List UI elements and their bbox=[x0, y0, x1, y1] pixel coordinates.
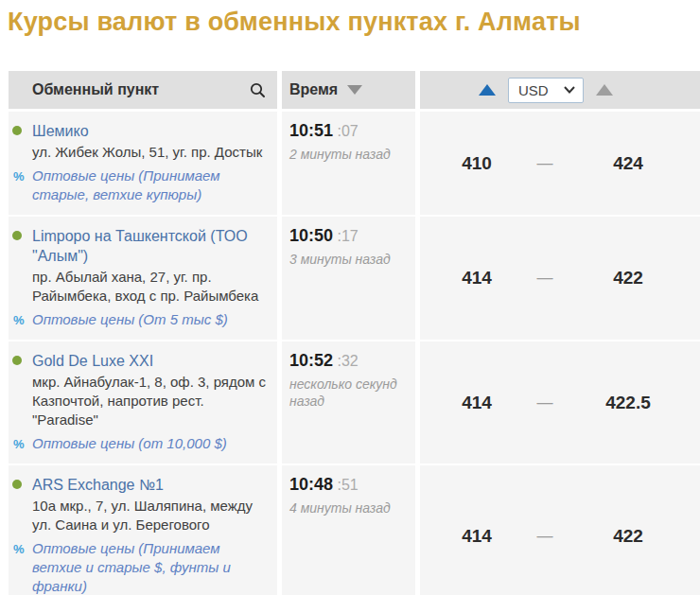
status-dot-icon bbox=[12, 480, 22, 489]
sell-rate: 422.5 bbox=[556, 393, 700, 413]
search-icon[interactable] bbox=[250, 82, 266, 98]
exchange-point-address: мкр. Айнабулак-1, 8, оф. 3, рядом с Казп… bbox=[32, 373, 268, 429]
update-seconds: :51 bbox=[338, 477, 359, 493]
update-time: 10:51 bbox=[289, 121, 333, 140]
wholesale-note-text: Оптовые цены (Принимаем старые, ветхие к… bbox=[32, 167, 220, 202]
exchange-point-cell: Gold De Luxe XXI мкр. Айнабулак-1, 8, оф… bbox=[9, 341, 277, 464]
wholesale-note-text: Оптовые цены (Принимаем ветхие и старые … bbox=[32, 540, 231, 594]
time-header-label: Время bbox=[289, 81, 338, 98]
table-row: Gold De Luxe XXI мкр. Айнабулак-1, 8, оф… bbox=[9, 341, 700, 464]
table-row: ARS Exchange №1 10а мкр., 7, ул. Шаляпин… bbox=[9, 465, 700, 595]
time-cell: 10:48 :51 4 минуты назад bbox=[282, 465, 415, 595]
wholesale-note: % Оптовые цены (Принимаем ветхие и стары… bbox=[32, 539, 268, 595]
sort-desc-icon bbox=[347, 85, 362, 95]
update-time: 10:52 bbox=[289, 351, 333, 370]
percent-icon: % bbox=[13, 167, 25, 186]
exchange-point-link[interactable]: ARS Exchange №1 bbox=[32, 475, 164, 495]
sort-buy-icon[interactable] bbox=[479, 84, 496, 96]
update-time: 10:50 bbox=[289, 226, 333, 245]
time-ago: несколько секунд назад bbox=[289, 376, 410, 410]
sort-sell-icon[interactable] bbox=[596, 84, 613, 96]
exchange-point-address: пр. Абылай хана, 27, уг. пр. Райымбека, … bbox=[32, 268, 268, 306]
wholesale-note-text: Оптовые цены (От 5 тыс $) bbox=[32, 311, 228, 327]
time-ago: 2 минуты назад bbox=[289, 146, 410, 163]
chevron-down-icon bbox=[564, 86, 575, 94]
rate-separator: — bbox=[534, 154, 556, 173]
percent-icon: % bbox=[13, 435, 25, 454]
sell-rate: 422 bbox=[556, 268, 700, 289]
rates-cell: 410 — 424 bbox=[420, 112, 700, 215]
magnifier-icon bbox=[250, 82, 266, 98]
rate-separator: — bbox=[534, 527, 556, 546]
buy-rate: 414 bbox=[420, 268, 534, 289]
buy-rate: 410 bbox=[420, 153, 534, 174]
time-cell: 10:51 :07 2 минуты назад bbox=[282, 112, 415, 215]
rate-separator: — bbox=[534, 394, 556, 412]
exchange-point-address: ул. Жибек Жолы, 51, уг. пр. Достык bbox=[32, 143, 268, 162]
status-dot-icon bbox=[12, 126, 22, 135]
status-dot-icon bbox=[12, 231, 22, 240]
buy-rate: 414 bbox=[420, 526, 534, 547]
exchange-point-cell: Limpopo на Ташкентской (ТОО "Алым") пр. … bbox=[9, 217, 277, 340]
update-seconds: :07 bbox=[338, 123, 359, 139]
rates-cell: 414 — 422 bbox=[420, 217, 700, 340]
sell-rate: 424 bbox=[556, 153, 700, 174]
exchange-point-link[interactable]: Шемико bbox=[32, 121, 89, 141]
rates-header: USD bbox=[420, 71, 700, 109]
rates-cell: 414 — 422 bbox=[420, 465, 700, 595]
wholesale-note: % Оптовые цены (От 5 тыс $) bbox=[32, 310, 268, 329]
exchange-point-address: 10а мкр., 7, ул. Шаляпина, между ул. Саи… bbox=[32, 497, 268, 534]
exchange-point-header: Обменный пункт bbox=[9, 71, 277, 109]
percent-icon: % bbox=[13, 540, 25, 559]
sell-rate: 422 bbox=[556, 526, 700, 547]
page-title: Курсы валют в обменных пунктах г. Алматы bbox=[8, 8, 700, 37]
rates-cell: 414 — 422.5 bbox=[420, 341, 700, 464]
wholesale-note-text: Оптовые цены (от 10,000 $) bbox=[32, 435, 227, 451]
exchange-point-cell: ARS Exchange №1 10а мкр., 7, ул. Шаляпин… bbox=[9, 465, 277, 595]
table-row: Limpopo на Ташкентской (ТОО "Алым") пр. … bbox=[9, 217, 700, 340]
table-header: Обменный пункт Время USD bbox=[9, 71, 700, 109]
exchange-point-cell: Шемико ул. Жибек Жолы, 51, уг. пр. Досты… bbox=[9, 112, 277, 215]
exchange-point-link[interactable]: Limpopo на Ташкентской (ТОО "Алым") bbox=[32, 226, 268, 266]
update-seconds: :32 bbox=[338, 353, 359, 369]
wholesale-note: % Оптовые цены (Принимаем старые, ветхие… bbox=[32, 166, 268, 204]
rates-table: Обменный пункт Время USD bbox=[9, 71, 700, 595]
exchange-point-header-label: Обменный пункт bbox=[32, 81, 159, 98]
exchange-point-link[interactable]: Gold De Luxe XXI bbox=[32, 351, 153, 371]
update-time: 10:48 bbox=[289, 475, 333, 494]
update-seconds: :17 bbox=[338, 228, 359, 244]
percent-icon: % bbox=[13, 311, 25, 330]
time-header-sort[interactable]: Время bbox=[282, 71, 415, 109]
time-ago: 4 минуты назад bbox=[289, 499, 410, 516]
time-cell: 10:50 :17 3 минуты назад bbox=[282, 217, 415, 340]
status-dot-icon bbox=[12, 356, 22, 365]
time-ago: 3 минуты назад bbox=[289, 251, 410, 268]
currency-select-value: USD bbox=[518, 82, 549, 98]
currency-select[interactable]: USD bbox=[508, 78, 584, 103]
rate-separator: — bbox=[534, 269, 556, 288]
time-cell: 10:52 :32 несколько секунд назад bbox=[282, 341, 415, 464]
buy-rate: 414 bbox=[420, 393, 534, 413]
table-row: Шемико ул. Жибек Жолы, 51, уг. пр. Досты… bbox=[9, 112, 700, 215]
wholesale-note: % Оптовые цены (от 10,000 $) bbox=[32, 434, 268, 453]
